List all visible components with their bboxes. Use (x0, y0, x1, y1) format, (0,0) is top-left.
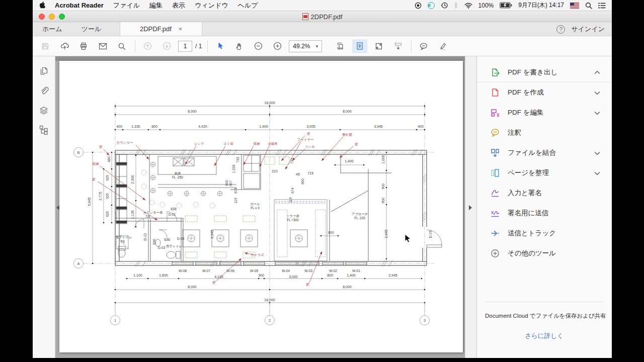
chevron-down-icon[interactable] (594, 169, 600, 177)
scrolling-mode-button[interactable] (333, 39, 348, 53)
plan-label: W-08 (179, 269, 187, 273)
previous-page-button[interactable] (140, 39, 155, 53)
fit-page-button[interactable] (352, 39, 367, 53)
search-button[interactable] (114, 39, 129, 53)
time-machine-icon[interactable] (441, 2, 448, 9)
plan-label: コンロ (305, 145, 315, 148)
plan-label: 400 (418, 125, 424, 128)
panel-item-edit-pdf[interactable]: PDF を編集 (477, 103, 611, 123)
zoom-out-button[interactable] (251, 39, 266, 53)
plan-label: D-01 (169, 213, 176, 216)
panel-item-more-tools[interactable]: その他のツール (477, 243, 611, 263)
window-titlebar[interactable]: 2DPDF.pdf (33, 11, 612, 22)
menubar-app-name[interactable]: Acrobat Reader (55, 2, 104, 9)
notification-center-icon[interactable] (598, 3, 606, 9)
wifi-icon[interactable] (464, 3, 472, 9)
print-button[interactable] (76, 39, 91, 53)
sign-in-button[interactable]: サインイン (571, 25, 605, 34)
plan-label: 収納 (254, 142, 260, 145)
select-tool-button[interactable] (212, 39, 227, 53)
menubar-datetime[interactable]: 9月7日(木) 14:17 (518, 1, 564, 10)
panel-item-send-for-signature[interactable]: 署名用に送信 (477, 203, 611, 223)
panel-item-export-pdf[interactable]: PDF を書き出し (477, 62, 611, 82)
plan-label: 1,333 (232, 164, 235, 173)
menu-edit[interactable]: 編集 (149, 1, 163, 10)
edit-pdf-icon (490, 108, 501, 118)
plan-label: 1,900 (259, 125, 268, 128)
plan-label: W-05 (250, 269, 258, 273)
tab-home[interactable]: ホーム (33, 22, 72, 36)
plan-label: 900 (381, 198, 385, 204)
highlight-tool-button[interactable] (435, 39, 450, 53)
menu-help[interactable]: ヘルプ (238, 1, 258, 10)
chevron-down-icon[interactable] (594, 109, 600, 117)
panel-item-fill-sign[interactable]: 入力と署名 (477, 183, 611, 203)
email-button[interactable] (95, 39, 110, 53)
plan-label: ホール (250, 202, 260, 206)
tab-document[interactable]: 2DPDF.pdf × (120, 22, 202, 36)
menu-file[interactable]: ファイル (113, 1, 140, 10)
comment-tool-button[interactable] (416, 39, 431, 53)
expand-right-pane-arrow[interactable] (469, 205, 472, 210)
input-language-flag-icon[interactable] (570, 3, 579, 9)
next-page-button[interactable] (159, 39, 174, 53)
model-tree-icon[interactable] (37, 123, 51, 136)
help-icon[interactable]: ? (556, 25, 565, 34)
furniture (116, 154, 442, 261)
screen-record-icon[interactable] (415, 2, 422, 9)
apple-menu-icon[interactable] (39, 1, 45, 10)
panel-item-combine-files[interactable]: ファイルを結合 (477, 143, 611, 163)
tab-close-icon[interactable]: × (179, 25, 183, 33)
battery-percent: 100% (478, 2, 494, 9)
zoom-in-button[interactable] (270, 39, 285, 53)
plan-label: 16,000 (264, 101, 275, 105)
menu-window[interactable]: ウィンドウ (195, 1, 228, 10)
chevron-down-icon[interactable] (594, 149, 600, 157)
hide-toolbar-button[interactable] (390, 39, 406, 53)
macos-menubar: Acrobat Reader ファイル 編集 表示 ウィンドウ ヘルプ e ᛒ … (33, 0, 612, 11)
plan-label: 男子トイレ (166, 244, 182, 248)
page-total-label: / 1 (195, 43, 202, 50)
menu-view[interactable]: 表示 (172, 1, 185, 10)
plan-label: カウンター (116, 141, 133, 144)
chevron-down-icon[interactable] (594, 89, 600, 97)
fill-sign-icon (490, 188, 501, 198)
plan-label: 45 (296, 172, 300, 176)
more-tools-icon (490, 248, 501, 258)
zoom-level-dropdown[interactable]: 49.2% ▾ (289, 40, 322, 52)
panel-item-send-track[interactable]: 送信とトラック (477, 223, 611, 243)
plan-label: FL ± 0 (251, 206, 260, 210)
pdf-page[interactable]: 16,0008,0008,0004001,3306004,4201,9003,0… (59, 61, 463, 352)
panel-item-organize-pages[interactable]: ページを整理 (477, 163, 611, 183)
send-track-icon (490, 228, 501, 238)
plan-label: 8,000 (343, 285, 352, 289)
plan-label: 2,300 (131, 175, 134, 184)
panel-item-comment[interactable]: 注釈 (477, 123, 611, 143)
plan-generated-layer (92, 106, 427, 315)
attachments-icon[interactable] (37, 84, 51, 97)
document-canvas[interactable]: 16,0008,0008,0004001,3306004,4201,9003,0… (55, 56, 465, 358)
learn-more-link[interactable]: さらに詳しく (477, 332, 611, 340)
layers-icon[interactable] (37, 104, 51, 117)
plan-label: 800 (328, 231, 334, 234)
panel-item-create-pdf[interactable]: PDF を作成 (477, 82, 611, 103)
plan-label: 600 (301, 178, 304, 185)
upload-cloud-button[interactable] (57, 39, 72, 53)
tab-document-label: 2DPDF.pdf (140, 25, 172, 33)
page-number-input[interactable]: 1 (178, 41, 192, 52)
right-pane-gutter[interactable] (465, 56, 476, 358)
chevron-up-icon[interactable] (594, 68, 600, 76)
tab-tools[interactable]: ツール (72, 22, 111, 36)
e-app-status-icon[interactable]: e (428, 2, 435, 9)
plan-label: 3,945 (374, 125, 383, 128)
save-button[interactable] (38, 39, 53, 53)
spotlight-search-icon[interactable] (585, 2, 592, 9)
collapse-left-pane-arrow[interactable] (56, 205, 59, 210)
panel-item-label: ファイルを結合 (508, 148, 594, 157)
plan-label: FL -100 (354, 216, 365, 220)
bluetooth-icon[interactable]: ᛒ (454, 2, 458, 9)
hand-tool-button[interactable] (231, 39, 247, 53)
page-thumbnails-icon[interactable] (37, 64, 51, 77)
fullscreen-button[interactable] (371, 39, 386, 53)
battery-icon[interactable] (500, 2, 512, 9)
